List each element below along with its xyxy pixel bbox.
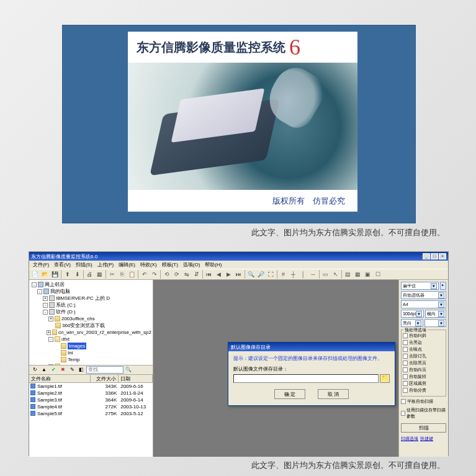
expand-toggle[interactable]: - — [43, 310, 48, 315]
native-param-check[interactable] — [401, 411, 405, 416]
tree-node[interactable]: +cn_win_srv_2003_r2_enterprise_with_sp2 — [30, 329, 151, 336]
pointer-icon[interactable]: ↖ — [331, 270, 340, 279]
shortcut-link[interactable]: 快捷键 — [420, 436, 433, 442]
menu-item[interactable]: 模板(T) — [159, 261, 181, 268]
last-icon[interactable]: ⏭ — [234, 270, 243, 279]
refresh-icon[interactable]: ↻ — [30, 366, 39, 374]
minimize-button[interactable]: _ — [423, 253, 430, 259]
tree-node[interactable]: +2003office_chs — [30, 315, 151, 322]
expand-toggle[interactable]: + — [48, 317, 53, 321]
browse-button[interactable]: 📁 — [380, 374, 390, 383]
file-row[interactable]: Sample5.tif275K2003-5-12 — [29, 410, 153, 417]
expand-toggle[interactable]: - — [48, 337, 53, 342]
redo-icon[interactable]: ↷ — [150, 270, 159, 279]
download-icon[interactable]: ⬇ — [73, 270, 82, 279]
thumb2-icon[interactable]: ▦ — [353, 270, 362, 279]
menu-item[interactable]: 帮助(H) — [202, 261, 224, 268]
menu-item[interactable]: 选项(O) — [181, 261, 203, 268]
preprocess-checkbox[interactable] — [403, 340, 408, 345]
tree-node[interactable]: -我的电脑 — [30, 288, 151, 295]
paste-icon[interactable]: 📋 — [127, 270, 137, 279]
flip-h-icon[interactable]: ⇋ — [182, 270, 191, 279]
menu-item[interactable]: 编辑(E) — [116, 261, 138, 268]
device-select[interactable]: 扁平仪▼ — [401, 282, 439, 290]
file-row[interactable]: Sample2.tif336K2011-8-24 — [29, 390, 153, 397]
tree-node[interactable]: Temp — [30, 356, 151, 363]
tree-node[interactable]: -网上邻居 — [30, 281, 151, 288]
menu-item[interactable]: 上传(P) — [95, 261, 117, 268]
expand-toggle[interactable]: - — [32, 282, 37, 287]
device-refresh-icon[interactable]: ▸ — [440, 282, 446, 290]
cancel-button[interactable]: 取 消 — [318, 389, 349, 399]
tree-node[interactable]: +IBMSERVER-PC 上的 D — [30, 295, 151, 302]
tree-node[interactable]: Images — [30, 343, 151, 349]
col-date[interactable]: 日期 — [119, 375, 153, 382]
cut-icon[interactable]: ✂ — [107, 270, 117, 279]
expand-toggle[interactable]: - — [43, 303, 48, 308]
tree-node[interactable]: -dfxt — [30, 336, 151, 343]
file-list[interactable]: 文件名称 文件大小 日期 Sample1.tif343K2009-6-16Sam… — [29, 375, 153, 457]
ok-button[interactable]: 确 定 — [274, 389, 305, 399]
expand-toggle[interactable]: + — [47, 330, 51, 335]
up-icon[interactable]: ▲ — [40, 366, 48, 374]
menu-item[interactable]: 文件(F) — [30, 261, 52, 268]
red-x-icon[interactable]: ✖ — [58, 366, 67, 374]
file-row[interactable]: Sample4.tif272K2003-10-13 — [29, 403, 153, 410]
grid-icon[interactable]: # — [279, 270, 288, 279]
rename-icon[interactable]: ✎ — [68, 366, 76, 374]
expand-toggle[interactable]: + — [43, 296, 48, 301]
first-icon[interactable]: ⏮ — [204, 270, 213, 279]
tree-node[interactable]: -系统 (C:) — [30, 302, 151, 308]
menu-item[interactable]: 扫描(S) — [73, 261, 95, 268]
ruler-v-icon[interactable]: │ — [299, 270, 308, 279]
col-size[interactable]: 文件大小 — [91, 375, 119, 382]
col-name[interactable]: 文件名称 — [29, 375, 91, 382]
menu-item[interactable]: 特效(X) — [138, 261, 159, 268]
preprocess-checkbox[interactable] — [403, 333, 408, 338]
flip-v-icon[interactable]: ⇵ — [192, 270, 201, 279]
prev-icon[interactable]: ◀ — [214, 270, 223, 279]
crop-icon[interactable]: ─ — [308, 270, 318, 279]
preprocess-checkbox[interactable] — [403, 381, 408, 386]
open-icon[interactable]: 📂 — [40, 270, 50, 279]
preprocess-checkbox[interactable] — [403, 388, 408, 393]
flat-auto-check[interactable] — [401, 399, 406, 404]
preprocess-checkbox[interactable] — [403, 361, 408, 366]
unknown-icon[interactable]: ◧ — [77, 366, 86, 374]
next-icon[interactable]: ▶ — [224, 270, 233, 279]
thumb4-icon[interactable]: ☐ — [373, 270, 382, 279]
search-go-icon[interactable]: 🔍 — [124, 366, 133, 374]
preprocess-checkbox[interactable] — [403, 347, 408, 352]
tree-node[interactable]: Ini — [30, 349, 151, 356]
zoom-in-icon[interactable]: 🔍 — [246, 270, 256, 279]
color-select[interactable]: 黑白▼ — [401, 319, 423, 327]
tree-node[interactable]: 360安全浏览器下载 — [30, 322, 151, 329]
preprocess-checkbox[interactable] — [403, 374, 408, 379]
zoom-out-icon[interactable]: 🔎 — [256, 270, 266, 279]
file-row[interactable]: Sample3.tif364K2009-6-14 — [29, 397, 153, 403]
rect-icon[interactable]: ▭ — [321, 270, 330, 279]
green-check-icon[interactable]: ✔ — [49, 366, 58, 374]
rotate-left-icon[interactable]: ⟲ — [162, 270, 171, 279]
scan-button[interactable]: 扫描 — [401, 423, 446, 433]
upload-icon[interactable]: ⬆ — [63, 270, 72, 279]
folder-tree[interactable]: -网上邻居-我的电脑+IBMSERVER-PC 上的 D-系统 (C:)-软件 … — [29, 280, 153, 365]
batch-icon[interactable]: ▦ — [95, 270, 104, 279]
preprocess-checkbox[interactable] — [403, 367, 408, 372]
tree-node[interactable]: -软件 (D:) — [30, 308, 151, 315]
close-button[interactable]: × — [439, 253, 446, 259]
file-row[interactable]: Sample1.tif343K2009-6-16 — [29, 383, 153, 390]
expand-toggle[interactable]: - — [37, 289, 42, 294]
thumb3-icon[interactable]: ▣ — [363, 270, 372, 279]
undo-icon[interactable]: ↶ — [140, 270, 149, 279]
orient-select[interactable]: 横向▼ — [425, 310, 446, 318]
fit-icon[interactable]: ⛶ — [266, 270, 276, 279]
save-icon[interactable]: 💾 — [50, 270, 60, 279]
paper-select[interactable]: A4▼ — [401, 300, 446, 308]
scan-icon[interactable]: 📄 — [30, 270, 40, 279]
maximize-button[interactable]: □ — [431, 253, 438, 259]
print-icon[interactable]: 🖨 — [85, 270, 94, 279]
menu-item[interactable]: 查看(V) — [52, 261, 73, 268]
rotate-right-icon[interactable]: ⟳ — [172, 270, 181, 279]
ruler-h-icon[interactable]: ┼ — [289, 270, 298, 279]
